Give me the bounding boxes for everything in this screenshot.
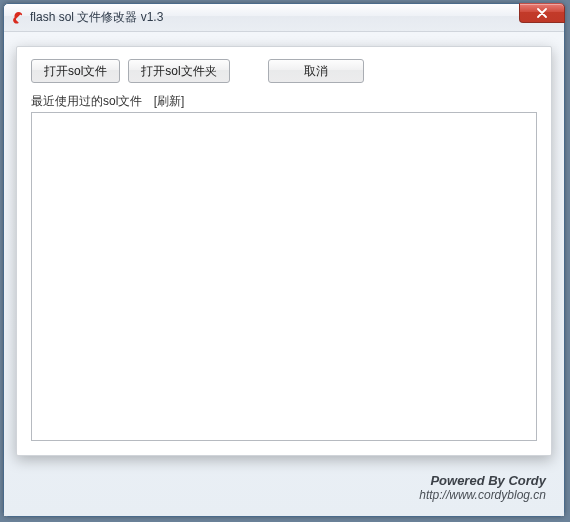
window-title: flash sol 文件修改器 v1.3	[30, 9, 163, 26]
refresh-link[interactable]: [刷新]	[154, 94, 185, 108]
open-dialog: 打开sol文件 打开sol文件夹 取消 最近使用过的sol文件 [刷新]	[16, 46, 552, 456]
recent-files-listbox[interactable]	[31, 112, 537, 441]
open-sol-folder-button[interactable]: 打开sol文件夹	[128, 59, 229, 83]
button-row: 打开sol文件 打开sol文件夹 取消	[31, 59, 537, 83]
recent-files-label: 最近使用过的sol文件	[31, 94, 142, 108]
footer: Powered By Cordy http://www.cordyblog.cn	[12, 467, 556, 508]
footer-url[interactable]: http://www.cordyblog.cn	[12, 488, 546, 502]
close-button[interactable]	[519, 3, 565, 23]
cancel-button[interactable]: 取消	[268, 59, 364, 83]
titlebar[interactable]: flash sol 文件修改器 v1.3	[4, 4, 564, 32]
recent-label-row: 最近使用过的sol文件 [刷新]	[31, 93, 537, 110]
open-sol-file-button[interactable]: 打开sol文件	[31, 59, 120, 83]
close-icon	[536, 8, 548, 18]
client-area: 主 打开sol文件 打开sol文件夹 取消 最近使用过的sol文件 [刷新] P…	[4, 32, 564, 516]
app-window: flash sol 文件修改器 v1.3 主 打开sol文件 打开sol文件夹 …	[3, 3, 565, 517]
app-icon	[10, 10, 26, 26]
footer-credit: Powered By Cordy	[12, 473, 546, 488]
